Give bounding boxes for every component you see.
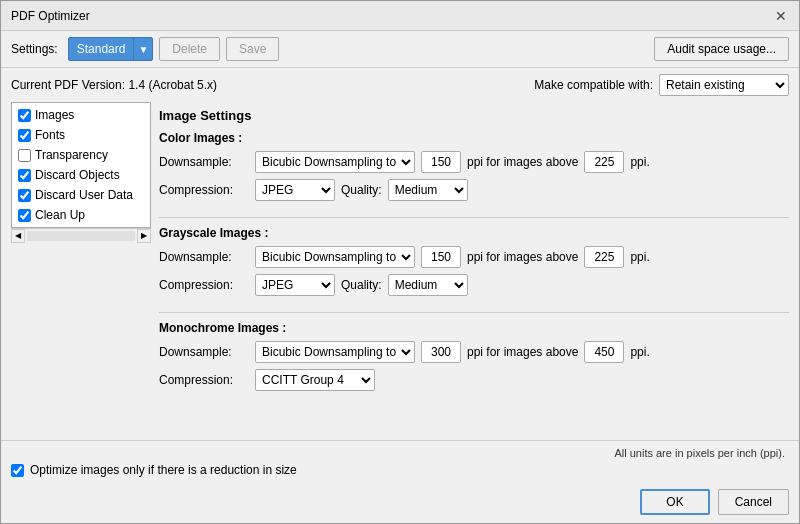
monochrome-ppi1-input[interactable]: [421, 341, 461, 363]
color-ppi2-input[interactable]: [584, 151, 624, 173]
optimize-check-label: Optimize images only if there is a reduc…: [30, 463, 297, 477]
main-content: Images Fonts Transparency Discard Object…: [1, 102, 799, 440]
ok-button[interactable]: OK: [640, 489, 709, 515]
monochrome-images-section: Monochrome Images : Downsample: Bicubic …: [159, 321, 789, 391]
color-downsample-label: Downsample:: [159, 155, 249, 169]
sidebar: Images Fonts Transparency Discard Object…: [11, 102, 151, 228]
transparency-checkbox[interactable]: [18, 149, 31, 162]
dialog-buttons: OK Cancel: [1, 483, 799, 523]
optimize-check-row: Optimize images only if there is a reduc…: [11, 463, 789, 477]
sidebar-item-discard-objects[interactable]: Discard Objects: [12, 165, 150, 185]
cancel-button[interactable]: Cancel: [718, 489, 789, 515]
monochrome-downsample-label: Downsample:: [159, 345, 249, 359]
dialog-title: PDF Optimizer: [11, 9, 90, 23]
monochrome-downsample-row: Downsample: Bicubic Downsampling to Aver…: [159, 341, 789, 363]
current-version-label: Current PDF Version: 1.4 (Acrobat 5.x): [11, 78, 217, 92]
color-quality-select[interactable]: Low Medium High Maximum: [388, 179, 468, 201]
close-button[interactable]: ✕: [773, 8, 789, 24]
grayscale-compression-label: Compression:: [159, 278, 249, 292]
compat-select[interactable]: Retain existing Acrobat 4 and later Acro…: [659, 74, 789, 96]
grayscale-images-section: Grayscale Images : Downsample: Bicubic D…: [159, 226, 789, 296]
monochrome-compression-label: Compression:: [159, 373, 249, 387]
sidebar-item-discard-user-data-label: Discard User Data: [35, 188, 133, 202]
pdf-optimizer-dialog: PDF Optimizer ✕ Settings: Standard ▼ Del…: [0, 0, 800, 524]
sidebar-item-cleanup-label: Clean Up: [35, 208, 85, 222]
content-area: Image Settings Color Images : Downsample…: [159, 102, 789, 440]
color-images-title: Color Images :: [159, 131, 789, 145]
make-compatible-section: Make compatible with: Retain existing Ac…: [534, 74, 789, 96]
color-ppi-for-label: ppi for images above: [467, 155, 578, 169]
grayscale-downsample-row: Downsample: Bicubic Downsampling to Aver…: [159, 246, 789, 268]
monochrome-ppi-for-label: ppi for images above: [467, 345, 578, 359]
discard-user-data-checkbox[interactable]: [18, 189, 31, 202]
sidebar-item-transparency[interactable]: Transparency: [12, 145, 150, 165]
scroll-left-arrow[interactable]: ◀: [11, 229, 25, 243]
sidebar-item-images-label: Images: [35, 108, 74, 122]
delete-button[interactable]: Delete: [159, 37, 220, 61]
grayscale-compression-row: Compression: JPEG JPEG2000 ZIP None Qual…: [159, 274, 789, 296]
monochrome-ppi2-input[interactable]: [584, 341, 624, 363]
scroll-right-arrow[interactable]: ▶: [137, 229, 151, 243]
cleanup-checkbox[interactable]: [18, 209, 31, 222]
scroll-track[interactable]: [27, 231, 135, 241]
monochrome-compression-select[interactable]: CCITT Group 4 CCITT Group 3 ZIP JBIG2 No…: [255, 369, 375, 391]
monochrome-images-title: Monochrome Images :: [159, 321, 789, 335]
sidebar-scrollbar: ◀ ▶: [11, 228, 151, 242]
sidebar-item-discard-user-data[interactable]: Discard User Data: [12, 185, 150, 205]
grayscale-quality-label: Quality:: [341, 278, 382, 292]
toolbar: Settings: Standard ▼ Delete Save Audit s…: [1, 31, 799, 68]
color-compression-row: Compression: JPEG JPEG2000 ZIP None Qual…: [159, 179, 789, 201]
images-checkbox[interactable]: [18, 109, 31, 122]
discard-objects-checkbox[interactable]: [18, 169, 31, 182]
separator-1: [159, 217, 789, 218]
sidebar-item-fonts[interactable]: Fonts: [12, 125, 150, 145]
sidebar-item-images[interactable]: Images: [12, 105, 150, 125]
grayscale-ppi1-input[interactable]: [421, 246, 461, 268]
version-row: Current PDF Version: 1.4 (Acrobat 5.x) M…: [1, 68, 799, 102]
grayscale-downsample-label: Downsample:: [159, 250, 249, 264]
color-ppi1-input[interactable]: [421, 151, 461, 173]
grayscale-images-title: Grayscale Images :: [159, 226, 789, 240]
monochrome-downsample-select[interactable]: Bicubic Downsampling to Average Downsamp…: [255, 341, 415, 363]
monochrome-ppi-unit: ppi.: [630, 345, 649, 359]
optimize-check-checkbox[interactable]: [11, 464, 24, 477]
audit-space-button[interactable]: Audit space usage...: [654, 37, 789, 61]
color-compression-select[interactable]: JPEG JPEG2000 ZIP None: [255, 179, 335, 201]
color-downsample-select[interactable]: Bicubic Downsampling to Average Downsamp…: [255, 151, 415, 173]
color-ppi-unit: ppi.: [630, 155, 649, 169]
monochrome-compression-row: Compression: CCITT Group 4 CCITT Group 3…: [159, 369, 789, 391]
color-images-section: Color Images : Downsample: Bicubic Downs…: [159, 131, 789, 201]
color-compression-label: Compression:: [159, 183, 249, 197]
settings-dropdown[interactable]: Standard ▼: [68, 37, 154, 61]
color-quality-label: Quality:: [341, 183, 382, 197]
fonts-checkbox[interactable]: [18, 129, 31, 142]
sidebar-item-discard-objects-label: Discard Objects: [35, 168, 120, 182]
grayscale-downsample-select[interactable]: Bicubic Downsampling to Average Downsamp…: [255, 246, 415, 268]
save-button[interactable]: Save: [226, 37, 279, 61]
bottom-area: All units are in pixels per inch (ppi). …: [1, 440, 799, 483]
grayscale-quality-select[interactable]: Low Medium High Maximum: [388, 274, 468, 296]
grayscale-ppi2-input[interactable]: [584, 246, 624, 268]
grayscale-compression-select[interactable]: JPEG JPEG2000 ZIP None: [255, 274, 335, 296]
make-compat-label: Make compatible with:: [534, 78, 653, 92]
title-bar: PDF Optimizer ✕: [1, 1, 799, 31]
settings-dropdown-arrow: ▼: [133, 38, 152, 60]
grayscale-ppi-for-label: ppi for images above: [467, 250, 578, 264]
separator-2: [159, 312, 789, 313]
units-note: All units are in pixels per inch (ppi).: [11, 447, 789, 459]
grayscale-ppi-unit: ppi.: [630, 250, 649, 264]
sidebar-item-transparency-label: Transparency: [35, 148, 108, 162]
color-downsample-row: Downsample: Bicubic Downsampling to Aver…: [159, 151, 789, 173]
sidebar-item-fonts-label: Fonts: [35, 128, 65, 142]
sidebar-item-cleanup[interactable]: Clean Up: [12, 205, 150, 225]
settings-label: Settings:: [11, 42, 58, 56]
settings-value: Standard: [69, 42, 134, 56]
image-settings-title: Image Settings: [159, 108, 789, 123]
